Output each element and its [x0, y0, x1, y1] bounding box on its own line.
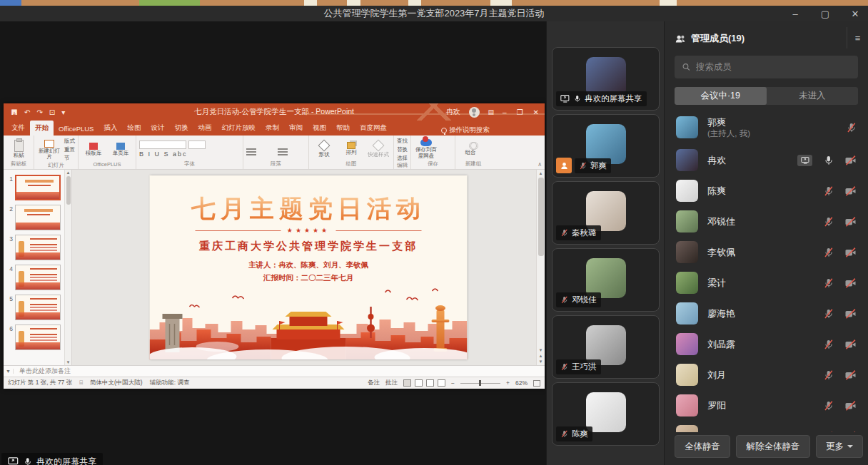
ppt-minimize-icon[interactable]: –: [503, 108, 507, 116]
member-row[interactable]: 李钦佩: [665, 237, 868, 267]
qat-dropdown-icon[interactable]: ▾: [61, 108, 65, 116]
mic-off-icon[interactable]: [846, 122, 857, 133]
member-row[interactable]: 郭爽 (主持人, 我): [665, 110, 868, 145]
save-icon[interactable]: 🖪: [11, 108, 18, 116]
mute-all-button[interactable]: 全体静音: [675, 435, 730, 458]
comments-toggle[interactable]: 批注: [385, 379, 398, 387]
video-tile[interactable]: 陈爽: [552, 382, 660, 446]
camera-off-icon[interactable]: [844, 247, 857, 258]
member-row[interactable]: [665, 421, 868, 432]
shapes-button[interactable]: 形状: [312, 140, 336, 158]
member-row[interactable]: 邓锐佳: [665, 206, 868, 237]
template-library-button[interactable]: 模板库: [81, 143, 106, 156]
ribbon-tab[interactable]: 绘图: [122, 121, 146, 136]
camera-off-icon[interactable]: [844, 308, 857, 320]
member-row[interactable]: 梁计: [665, 267, 868, 298]
member-row[interactable]: 陈爽: [665, 175, 868, 206]
camera-off-icon[interactable]: [844, 339, 857, 350]
panel-menu-icon[interactable]: ≡: [847, 27, 868, 48]
fit-to-window-icon[interactable]: [533, 380, 540, 387]
font-name-select[interactable]: [139, 140, 186, 149]
replace-button[interactable]: 替换: [397, 146, 408, 153]
unmute-all-button[interactable]: 解除全体静音: [736, 435, 810, 458]
scroll-down-icon[interactable]: ▼: [539, 347, 543, 353]
spellcheck-icon[interactable]: ⌸: [79, 379, 83, 387]
member-search[interactable]: [675, 56, 858, 78]
select-button[interactable]: 选择: [397, 155, 408, 162]
mic-off-icon[interactable]: [823, 339, 834, 350]
zoom-level[interactable]: 62%: [515, 379, 528, 387]
slide-thumbnail-row[interactable]: 3: [4, 232, 64, 262]
ribbon-tab[interactable]: 动画: [193, 121, 216, 136]
mic-off-icon[interactable]: [823, 308, 834, 320]
camera-off-icon[interactable]: [844, 400, 857, 412]
scroll-up-icon[interactable]: ▲: [66, 170, 71, 175]
paste-button[interactable]: 粘贴: [6, 140, 31, 158]
tab-in-meeting[interactable]: 会议中·19: [675, 87, 767, 105]
page-library-button[interactable]: 单页库: [108, 143, 133, 156]
layout-button[interactable]: 版式: [64, 138, 75, 145]
ppt-restore-icon[interactable]: ❐: [517, 108, 523, 116]
next-slide-icon[interactable]: ▼: [539, 359, 543, 364]
camera-off-icon[interactable]: [844, 185, 857, 197]
member-row[interactable]: 冉欢: [665, 145, 868, 175]
ribbon-tab[interactable]: 文件: [6, 121, 30, 136]
find-button[interactable]: 查找: [397, 138, 408, 145]
mic-off-icon[interactable]: [823, 277, 834, 289]
quick-styles-button[interactable]: 快速样式: [366, 140, 390, 158]
search-input[interactable]: [696, 62, 851, 72]
scroll-up-icon[interactable]: ▲: [539, 170, 543, 176]
camera-off-icon[interactable]: [844, 155, 857, 166]
notes-collapse-icon[interactable]: ▼: [4, 369, 14, 374]
camera-off-icon[interactable]: [844, 216, 857, 228]
slide-thumbnail-row[interactable]: 5: [4, 292, 64, 322]
accessibility-status[interactable]: 辅助功能: 调查: [150, 379, 190, 387]
arrange-button[interactable]: 排列: [339, 142, 363, 155]
current-slide[interactable]: 七月主题党日活动 ★★★★★ 重庆工商大学公共管理学院学生一支部 主讲人：冉欢、…: [150, 175, 468, 359]
slide-thumbnail[interactable]: [15, 205, 61, 230]
slide-thumbnail[interactable]: [15, 295, 61, 320]
ribbon-tab[interactable]: 百度网盘: [355, 121, 392, 136]
ribbon-tab[interactable]: 视图: [308, 121, 331, 136]
align-icons[interactable]: [246, 148, 256, 150]
video-tile[interactable]: 秦秋璐: [552, 181, 660, 245]
maximize-icon[interactable]: ▢: [819, 9, 831, 19]
font-size-select[interactable]: [188, 140, 206, 149]
section-button[interactable]: 节: [64, 155, 75, 162]
normal-view-icon[interactable]: [403, 379, 411, 387]
undo-icon[interactable]: ↶: [24, 108, 30, 116]
mic-off-icon[interactable]: [823, 369, 834, 381]
redo-icon[interactable]: ↷: [36, 108, 42, 116]
slideshow-view-icon[interactable]: [438, 379, 445, 387]
slide-thumbnail[interactable]: [15, 265, 61, 290]
slide-thumbnail[interactable]: [15, 325, 61, 350]
tab-not-joined[interactable]: 未进入: [767, 87, 859, 105]
group-button[interactable]: 组合: [458, 142, 483, 155]
scrollbar-thumb[interactable]: [538, 178, 544, 256]
scrollbar-thumb[interactable]: [66, 176, 71, 205]
slide-thumbnail[interactable]: [15, 175, 61, 200]
mic-on-icon[interactable]: [823, 155, 834, 166]
zoom-slider[interactable]: [460, 383, 500, 384]
camera-off-icon[interactable]: [844, 369, 857, 381]
ribbon-tab[interactable]: 录制: [261, 121, 284, 136]
slide-thumbnail[interactable]: [15, 235, 61, 260]
slide-thumbnail-row[interactable]: 6: [4, 322, 64, 352]
ribbon-tab[interactable]: 审阅: [284, 121, 308, 136]
slide-thumbnail-row[interactable]: 4: [4, 262, 64, 292]
video-tile[interactable]: 冉欢的屏幕共享: [552, 47, 660, 111]
ppt-close-icon[interactable]: ✕: [533, 108, 539, 116]
mic-off-icon[interactable]: [823, 216, 834, 228]
zoom-out-icon[interactable]: −: [451, 379, 455, 387]
reading-view-icon[interactable]: [426, 379, 434, 387]
member-row[interactable]: 刘晶露: [665, 329, 868, 359]
notes-placeholder[interactable]: 单击此处添加备注: [14, 367, 71, 376]
notes-toggle[interactable]: 备注: [368, 379, 380, 387]
video-tile[interactable]: 王巧洪: [552, 315, 660, 379]
zoom-slider-thumb[interactable]: [479, 380, 481, 386]
ribbon-tab[interactable]: 幻灯片放映: [216, 121, 261, 136]
previous-slide-icon[interactable]: ▲: [539, 353, 543, 359]
ribbon-tab[interactable]: OfficePLUS: [54, 122, 99, 136]
save-to-baidu-button[interactable]: 保存到百度网盘: [414, 139, 438, 159]
font-format-buttons[interactable]: B I U S abc: [139, 150, 188, 158]
